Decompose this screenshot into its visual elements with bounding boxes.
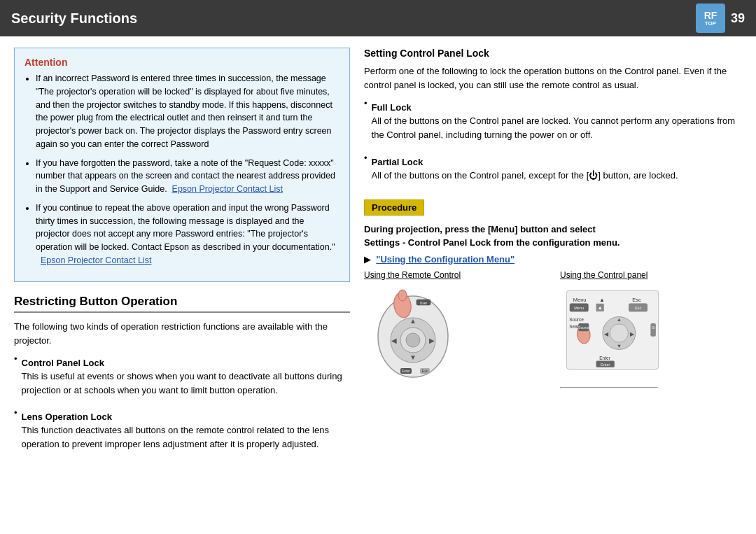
svg-text:▼: ▼ xyxy=(617,342,622,349)
bullet-dot: • xyxy=(14,407,18,418)
page-number: 39 xyxy=(731,11,745,26)
svg-text:Menu: Menu xyxy=(574,306,584,310)
config-link[interactable]: "Using the Configuration Menu" xyxy=(376,254,514,265)
partial-lock-heading: Partial Lock xyxy=(372,157,678,167)
svg-text:▲: ▲ xyxy=(599,297,604,303)
attention-item-3: If you continue to repeat the above oper… xyxy=(36,202,340,267)
attention-list: If an incorrect Password is entered thre… xyxy=(24,72,340,267)
bullet-dot: • xyxy=(364,98,368,108)
panel-label: Using the Control panel xyxy=(560,270,742,280)
svg-text:User: User xyxy=(420,301,428,305)
partial-lock-desc: All of the buttons on the Control panel,… xyxy=(372,169,678,183)
procedure-label: Procedure xyxy=(364,199,424,216)
svg-point-3 xyxy=(406,333,420,347)
diagram-divider xyxy=(560,387,658,388)
lens-lock-desc: This function deactivates all buttons on… xyxy=(22,423,350,451)
svg-text:▶: ▶ xyxy=(630,330,635,337)
restricting-section: Restricting Button Operation The followi… xyxy=(14,295,350,458)
svg-text:◀: ◀ xyxy=(604,330,609,337)
page-header: Security Functions RF TOP 39 xyxy=(0,0,756,36)
contact-link-2[interactable]: Epson Projector Contact List xyxy=(41,255,151,265)
svg-text:▲: ▲ xyxy=(617,316,622,323)
setting-body: Perform one of the following to lock the… xyxy=(364,64,742,92)
full-lock-heading: Full Lock xyxy=(372,102,742,113)
svg-text:St: St xyxy=(652,326,655,330)
header-right: RF TOP 39 xyxy=(696,3,745,33)
control-panel-image: Menu ▲ Esc Menu ▲ Esc Source Search xyxy=(560,284,665,382)
svg-point-34 xyxy=(610,324,628,342)
full-lock-item: • Full Lock All of the buttons on the Co… xyxy=(364,98,742,148)
config-link-row: ▶ "Using the Configuration Menu" xyxy=(364,254,742,265)
attention-item-2: If you have forgotten the password, take… xyxy=(36,157,340,196)
attention-box: Attention If an incorrect Password is en… xyxy=(14,48,350,282)
remote-control-image: Menu User ▲ ▼ ◀ ▶ Enter Esc xyxy=(364,284,462,382)
svg-text:Enter: Enter xyxy=(402,369,410,373)
svg-text:Enter: Enter xyxy=(601,363,610,367)
svg-text:Menu: Menu xyxy=(573,297,587,303)
attention-title: Attention xyxy=(24,57,340,68)
remote-diagram: Using the Remote Control Menu User ▲ ▼ xyxy=(364,270,546,384)
svg-text:Source: Source xyxy=(578,326,589,330)
restricting-body: The following two kinds of operation res… xyxy=(14,320,350,348)
left-column: Attention If an incorrect Password is en… xyxy=(14,48,350,461)
bullet-dot: • xyxy=(14,353,18,364)
list-item: • Lens Operation Lock This function deac… xyxy=(14,407,350,457)
svg-text:▶: ▶ xyxy=(429,337,435,344)
svg-text:Esc: Esc xyxy=(632,297,641,303)
svg-text:◀: ◀ xyxy=(391,337,397,344)
svg-text:Esc: Esc xyxy=(635,306,642,310)
svg-point-13 xyxy=(398,290,407,301)
control-panel-lock-heading: Control Panel Lock xyxy=(22,358,350,368)
full-lock-desc: All of the buttons on the Control panel … xyxy=(372,114,742,142)
lens-lock-heading: Lens Operation Lock xyxy=(22,412,350,422)
contact-link-1[interactable]: Epson Projector Contact List xyxy=(172,184,283,194)
procedure-instruction: During projection, press the [Menu] butt… xyxy=(364,223,742,250)
svg-text:▲: ▲ xyxy=(410,317,416,325)
main-content: Attention If an incorrect Password is en… xyxy=(0,36,756,472)
diagrams-row: Using the Remote Control Menu User ▲ ▼ xyxy=(364,270,742,388)
bullet-dot: • xyxy=(364,153,368,163)
attention-item-1: If an incorrect Password is entered thre… xyxy=(36,72,340,151)
remote-label: Using the Remote Control xyxy=(364,270,546,280)
svg-text:▲: ▲ xyxy=(597,304,602,311)
svg-text:Source: Source xyxy=(569,317,584,322)
top-icon: RF TOP xyxy=(696,3,725,33)
svg-text:▼: ▼ xyxy=(410,353,416,361)
restricting-heading: Restricting Button Operation xyxy=(14,295,350,313)
control-panel-diagram: Using the Control panel Menu ▲ Esc Menu … xyxy=(560,270,742,388)
page-title: Security Functions xyxy=(11,10,137,27)
partial-lock-item: • Partial Lock All of the buttons on the… xyxy=(364,153,742,188)
svg-text:Enter: Enter xyxy=(599,355,610,360)
list-item: • Control Panel Lock This is useful at e… xyxy=(14,353,350,403)
control-panel-lock-desc: This is useful at events or shows when y… xyxy=(22,370,350,398)
right-column: Setting Control Panel Lock Perform one o… xyxy=(364,48,742,461)
svg-text:Esc: Esc xyxy=(422,369,428,373)
setting-heading: Setting Control Panel Lock xyxy=(364,48,742,59)
